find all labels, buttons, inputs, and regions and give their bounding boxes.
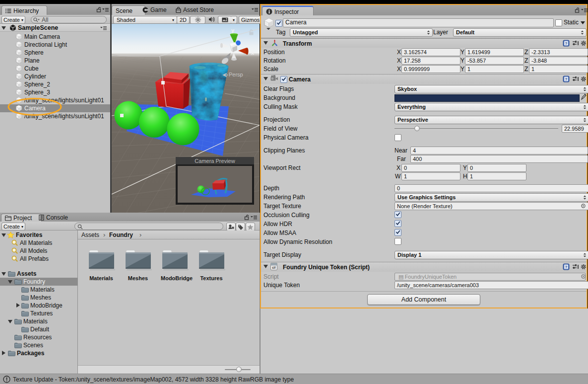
- svg-text:?: ?: [565, 77, 568, 81]
- svg-text:?: ?: [565, 265, 568, 269]
- svg-text:Persp: Persp: [229, 72, 243, 77]
- svg-text:c#: c#: [272, 266, 276, 269]
- svg-text:x: x: [251, 50, 255, 56]
- svg-text:y: y: [231, 27, 235, 33]
- svg-text:Camera Preview: Camera Preview: [195, 158, 235, 164]
- svg-text:?: ?: [565, 41, 568, 46]
- svg-text:z: z: [237, 35, 239, 41]
